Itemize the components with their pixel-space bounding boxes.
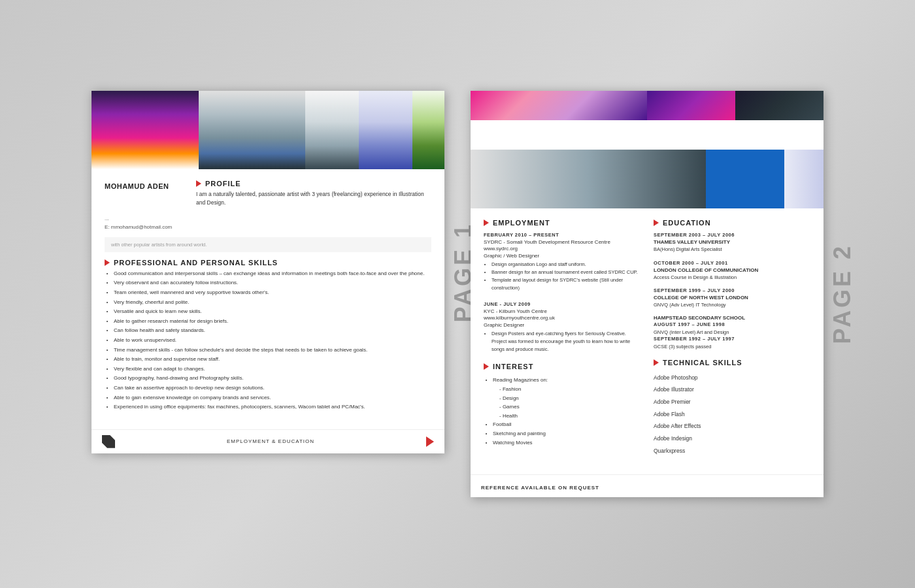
p2-header-bot-a [471,150,706,208]
page1: MOHAMUD ADEN PROFILE I am a naturally ta… [92,91,444,453]
reference-text: REFERENCE AVAILABLE ON REQUEST [481,485,599,491]
list-item: Fashion [499,385,640,394]
edu-entry-1: SEPTEMBER 2003 – JULY 2006 THAMES VALLEY… [654,232,810,253]
list-item: Good communication and interpersonal ski… [114,269,431,278]
interest-header: INTEREST [484,363,640,370]
edu-date-2: OCTOBER 2000 – JULY 2001 [654,260,810,266]
edu-detail-4b: GCSE (3) subjects passed [654,343,810,350]
edu-detail-2: Access Course in Design & Illustration [654,274,810,281]
education-header: EDUCATION [654,219,810,227]
edu-school-1: THAMES VALLEY UNIVERSITY [654,239,810,245]
interest-triangle-icon [484,363,489,370]
profile-header: PROFILE [196,180,431,188]
page1-content: MOHAMUD ADEN PROFILE I am a naturally ta… [92,169,444,422]
list-item: Experienced in using office equipments: … [114,402,431,412]
page1-header-image [92,91,444,169]
list-item: Good typography, hand-drawing and Photog… [114,374,431,383]
page2-label: PAGE 2 [829,244,856,344]
page2: EMPLOYMENT February 2010 – PRESENT SYDRC… [471,91,824,497]
employment-header: EMPLOYMENT [484,219,640,227]
list-item: Adobe After Effects [654,420,810,433]
emp-org-2: KYC - Kilburn Youth Centre [484,308,640,314]
list-item: Football [493,420,640,429]
emp-bullets-1: Design organisation Logo and staff unifo… [484,261,640,292]
edu-entry-4: HAMPSTEAD SECONDARY SCHOOL AUGUST 1997 –… [654,315,810,351]
contact-info: ... E: mmohamud@hotmail.com [105,215,431,232]
edu-entry-2: OCTOBER 2000 – JULY 2001 LONDON COLLEGE … [654,260,810,281]
list-item: Quarkxpress [654,445,810,457]
page2-col-right: EDUCATION SEPTEMBER 2003 – JULY 2006 THA… [654,219,810,457]
p2-header-bot-c [784,150,824,208]
employment-triangle-icon [484,220,489,226]
list-item: Time management skills - can follow sche… [114,346,431,355]
page2-content: EMPLOYMENT February 2010 – PRESENT SYDRC… [471,208,824,467]
name-profile-row: MOHAMUD ADEN PROFILE I am a naturally ta… [105,180,431,207]
header-img-2 [199,91,306,169]
list-item: Adobe Illustrator [654,384,810,396]
emp-bullets-2: Design Posters and eye-catching flyers f… [484,330,640,353]
list-item: Very flexible and can adapt to changes. [114,365,431,374]
tech-list: Adobe Photoshop Adobe Illustrator Adobe … [654,372,810,457]
list-item: Able to gather research material for des… [114,317,431,326]
list-item: Sketching and painting [493,429,640,438]
edu-detail-4: GNVQ (Inter Level) Art and Design [654,329,810,336]
emp-org-1: SYDRC - Somali Youth Development Resourc… [484,239,640,245]
footer-triangle-icon [426,436,434,447]
edu-school-3: COLLEGE OF NORTH WEST LONDON [654,295,810,301]
profile-section: PROFILE I am a naturally talented, passi… [196,180,431,207]
p2-header-img-a [471,91,647,120]
skills-title: PROFESSIONAL AND PERSONAL SKILLS [114,259,278,267]
list-item: Versatile and quick to learn new skills. [114,307,431,316]
profile-title: PROFILE [205,180,241,188]
p2-header-bot-b [706,150,784,208]
p2-header-bottom [471,150,824,208]
list-item: Template and layout design for SYDRC's w… [491,276,640,292]
emp-url-2: www.kilburnyouthcentre.org.uk [484,315,640,321]
emp-url-1: www.sydrc.org [484,246,640,252]
edu-school-4: HAMPSTEAD SECONDARY SCHOOL [654,315,810,321]
list-item: Health [499,412,640,421]
list-item: Team oriented, well mannered and very su… [114,288,431,297]
emp-role-2: Graphic Designer [484,322,640,328]
emp-entry-1: February 2010 – PRESENT SYDRC - Somali Y… [484,232,640,292]
list-item: Adobe Photoshop [654,372,810,384]
footer-pages-icon [102,435,115,448]
technical-triangle-icon [654,359,659,366]
emp-role-1: Graphic / Web Designer [484,253,640,259]
list-item: Able to work unsupervised. [114,336,431,345]
contact-email: E: mmohamud@hotmail.com [105,223,431,232]
edu-detail-1: BA(Hons) Digital Arts Specialist [654,246,810,253]
list-item: Able to gain extensive knowledge on comp… [114,393,431,402]
list-item: Adobe Flash [654,408,810,421]
emp-entry-2: June - July 2009 KYC - Kilburn Youth Cen… [484,301,640,353]
interest-list: Reading Magazines on: Fashion Design Gam… [484,376,640,447]
profile-triangle-icon [196,180,201,187]
header-img-3 [305,91,359,169]
list-item: Games [499,402,640,412]
footer-text: EMPLOYMENT & EDUCATION [227,438,314,444]
header-img-1 [92,91,199,169]
skills-list: Good communication and interpersonal ski… [105,269,431,412]
page2-two-col: EMPLOYMENT February 2010 – PRESENT SYDRC… [484,219,810,457]
edu-date-1: SEPTEMBER 2003 – JULY 2006 [654,232,810,238]
interest-title: INTEREST [493,363,533,370]
list-item: Can take an assertive approach to develo… [114,384,431,393]
technical-title: TECHNICAL SKILLS [663,359,742,367]
skills-triangle-icon [105,259,110,266]
contact-line1: ... [105,215,431,223]
page2-col-left: EMPLOYMENT February 2010 – PRESENT SYDRC… [484,219,640,457]
list-item: Reading Magazines on: Fashion Design Gam… [493,376,640,420]
list-item: Can follow health and safety standards. [114,326,431,335]
edu-date-4: AUGUST 1997 – JUNE 1998 [654,321,810,327]
p2-header-img-c [735,91,824,120]
list-item: Watching Movies [493,438,640,448]
edu-date-4b: SEPTEMBER 1992 – JULY 1997 [654,336,810,342]
education-title: EDUCATION [663,219,711,227]
list-item: Very friendly, cheerful and polite. [114,298,431,307]
employment-title: EMPLOYMENT [493,219,550,227]
p2-header-img-b [647,91,735,120]
list-item: Very observant and can accurately follow… [114,278,431,287]
header-img-5 [412,91,444,169]
grey-text-block: with other popular artists from around w… [105,237,431,252]
edu-entry-3: SEPTEMBER 1999 – JULY 2000 COLLEGE OF NO… [654,287,810,308]
